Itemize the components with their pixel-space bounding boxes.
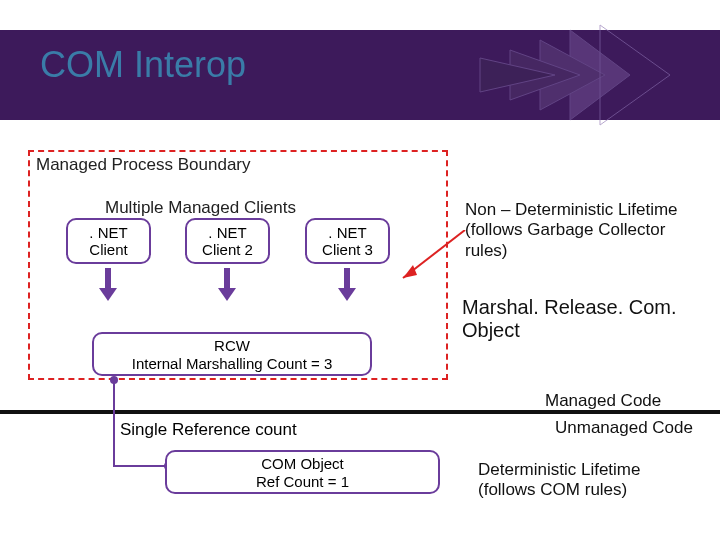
rcw-box: RCW Internal Marshalling Count = 3 (92, 332, 372, 376)
com-refcount: Ref Count = 1 (167, 473, 438, 491)
process-boundary-label: Managed Process Boundary (36, 155, 251, 175)
clients-group-label: Multiple Managed Clients (105, 198, 296, 218)
svg-marker-6 (403, 265, 417, 278)
arrow-down-icon (340, 268, 354, 303)
client-label-line: Client 2 (189, 241, 266, 258)
deterministic-note: Deterministic Lifetime (follows COM rule… (478, 460, 708, 501)
unmanaged-code-label: Unmanaged Code (555, 418, 693, 438)
note-line: Non – Deterministic Lifetime (465, 200, 705, 220)
marshal-release-label: Marshal. Release. Com. Object (462, 296, 720, 342)
net-client-2: . NET Client 2 (185, 218, 270, 264)
arrow-down-icon (220, 268, 234, 303)
decorative-triangles (460, 20, 680, 130)
client-label-line: . NET (309, 224, 386, 241)
client-label-line: Client 3 (309, 241, 386, 258)
client-label-line: . NET (189, 224, 266, 241)
client-label-line: Client (70, 241, 147, 258)
com-title: COM Object (167, 455, 438, 473)
note-line: (follows Garbage Collector rules) (465, 220, 705, 261)
note-line: Deterministic Lifetime (478, 460, 708, 480)
slide-title: COM Interop (40, 44, 246, 86)
arrow-down-icon (101, 268, 115, 303)
note-line: (follows COM rules) (478, 480, 708, 500)
non-deterministic-note: Non – Deterministic Lifetime (follows Ga… (465, 200, 705, 261)
client-label-line: . NET (70, 224, 147, 241)
com-object-box: COM Object Ref Count = 1 (165, 450, 440, 494)
rcw-count: Internal Marshalling Count = 3 (94, 355, 370, 373)
net-client-1: . NET Client (66, 218, 151, 264)
net-client-3: . NET Client 3 (305, 218, 390, 264)
rcw-title: RCW (94, 337, 370, 355)
managed-code-label: Managed Code (545, 391, 661, 411)
red-arrow-icon (395, 230, 470, 285)
